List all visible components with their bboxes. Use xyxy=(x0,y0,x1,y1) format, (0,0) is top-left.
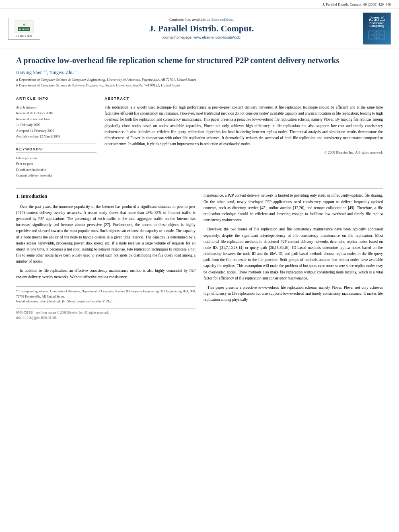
article-info-label: Article info xyxy=(16,97,97,102)
author-yingwu: Yingwu Zhu b xyxy=(49,70,76,75)
article-info-col: Article info Article history: Received 2… xyxy=(16,97,97,182)
sciencedirect-link[interactable]: ScienceDirect xyxy=(212,18,234,22)
abstract-text: File replication is a widely used techni… xyxy=(105,105,383,147)
article-history: Article history: Received 26 October 200… xyxy=(16,105,97,140)
footnote-corresponding: * Corresponding address: University of A… xyxy=(16,289,195,300)
divider-keywords xyxy=(16,144,97,144)
body-col-left: 1. Introduction Over the past years, the… xyxy=(16,193,195,320)
journal-reference: J. Parallel Distrib. Comput. 69 (2009) 4… xyxy=(0,0,399,8)
journal-ref-text: J. Parallel Distrib. Comput. 69 (2009) 4… xyxy=(323,2,391,6)
elsevier-logo: 🌿 ELSEVIER ELSEVIER xyxy=(8,18,40,40)
footnotes: * Corresponding address: University of A… xyxy=(16,286,195,304)
homepage-url[interactable]: www.elsevier.com/locate/jpdc xyxy=(193,35,241,39)
footer-doi: doi:10.1016/j.jpdc.2009.02.008 xyxy=(16,316,195,321)
main-content: A proactive low-overhead file replicatio… xyxy=(0,49,399,327)
footer-issn: 0743-7315/$ – see front matter © 2009 El… xyxy=(16,310,195,316)
intro-para3: maintenance, a P2P content delivery netw… xyxy=(204,193,383,223)
sciencedirect-line: Contents lists available at ScienceDirec… xyxy=(44,18,359,22)
header-center: Contents lists available at ScienceDirec… xyxy=(44,18,359,39)
svg-text:🌿: 🌿 xyxy=(23,23,26,26)
journal-cover: Journal of Parallel and Distributed Comp… xyxy=(363,12,391,45)
intro-para4: However, the two issues of file replicat… xyxy=(204,226,383,281)
svg-rect-0 xyxy=(15,21,33,33)
intro-para2: In addition to file replication, an effe… xyxy=(16,268,195,280)
abstract-col: Abstract File replication is a widely us… xyxy=(105,97,383,182)
article-info-abstract: Article info Article history: Received 2… xyxy=(16,97,383,182)
keywords-label: Keywords: xyxy=(16,147,97,153)
affiliations: a Department of Computer Science & Compu… xyxy=(16,77,383,88)
divider-1 xyxy=(16,93,383,93)
article-title: A proactive low-overhead file replicatio… xyxy=(16,55,383,66)
keywords-section: Keywords: File replication Peer-to-peer … xyxy=(16,147,97,179)
author-haiying: Haiying Shen a,* xyxy=(16,70,47,75)
body-col-right: maintenance, a P2P content delivery netw… xyxy=(204,193,383,320)
intro-heading: 1. Introduction xyxy=(16,193,195,200)
affiliation-a: a Department of Computer Science & Compu… xyxy=(16,77,383,83)
body-columns: 1. Introduction Over the past years, the… xyxy=(16,193,383,320)
svg-text:ELSEVIER: ELSEVIER xyxy=(19,28,29,31)
affiliation-b: b Department of Computer Science & Softw… xyxy=(16,83,383,88)
journal-title: J. Parallel Distrib. Comput. xyxy=(44,23,359,34)
bottom-footer: 0743-7315/$ – see front matter © 2009 El… xyxy=(16,308,195,321)
intro-para5: This paper presents a proactive low-over… xyxy=(204,285,383,303)
journal-homepage: journal homepage: www.elsevier.com/locat… xyxy=(44,35,359,39)
journal-header: 🌿 ELSEVIER ELSEVIER Contents lists avail… xyxy=(0,8,399,49)
authors: Haiying Shen a,*, Yingwu Zhu b xyxy=(16,70,383,76)
intro-para1: Over the past years, the immense popular… xyxy=(16,204,195,265)
footnote-email: E-mail addresses: hshen@uark.edu (H. She… xyxy=(16,299,195,304)
abstract-label: Abstract xyxy=(105,97,383,102)
copyright: © 2009 Elsevier Inc. All rights reserved… xyxy=(105,150,383,154)
divider-body xyxy=(16,188,383,189)
